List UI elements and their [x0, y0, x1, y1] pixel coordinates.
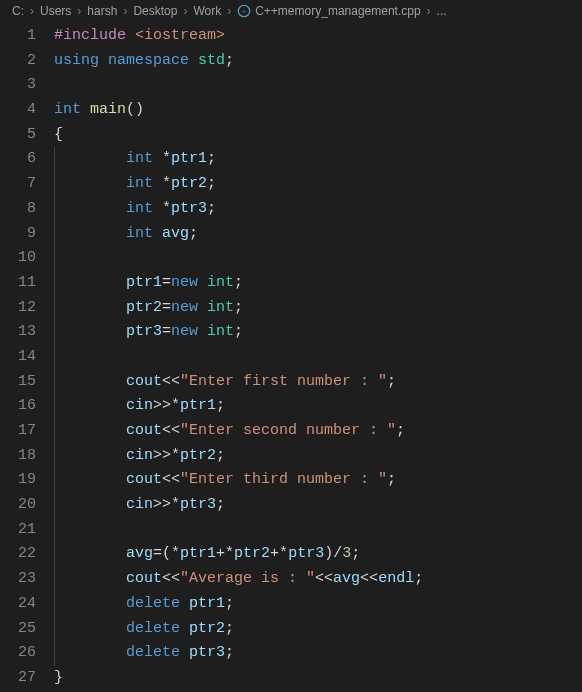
code-token: +*	[216, 545, 234, 562]
code-line[interactable]	[54, 73, 582, 98]
code-line[interactable]: cout<<"Enter third number : ";	[54, 468, 582, 493]
indent	[54, 620, 126, 637]
code-token: int	[126, 150, 153, 167]
code-token: ptr3	[180, 496, 216, 513]
line-number-gutter: 1234567891011121314151617181920212223242…	[0, 22, 54, 692]
code-line[interactable]: int *ptr3;	[54, 197, 582, 222]
code-line[interactable]: #include <iostream>	[54, 24, 582, 49]
code-token: int	[207, 299, 234, 316]
code-token: <<	[315, 570, 333, 587]
code-line[interactable]: cout<<"Average is : "<<avg<<endl;	[54, 567, 582, 592]
code-line[interactable]	[54, 246, 582, 271]
code-token: std	[198, 52, 225, 69]
line-number: 11	[0, 271, 36, 296]
code-line[interactable]: delete ptr3;	[54, 641, 582, 666]
code-line[interactable]: avg=(*ptr1+*ptr2+*ptr3)/3;	[54, 542, 582, 567]
code-line[interactable]: using namespace std;	[54, 49, 582, 74]
code-token: >>*	[153, 447, 180, 464]
breadcrumb-item[interactable]: C:	[12, 4, 24, 18]
code-token: "Enter first number : "	[180, 373, 387, 390]
indent	[54, 521, 90, 538]
code-line[interactable]: int avg;	[54, 222, 582, 247]
indent-guide	[54, 320, 55, 345]
code-line[interactable]: delete ptr2;	[54, 617, 582, 642]
breadcrumb-item[interactable]: Users	[40, 4, 71, 18]
code-line[interactable]: ptr2=new int;	[54, 296, 582, 321]
line-number: 5	[0, 123, 36, 148]
indent	[54, 249, 90, 266]
indent	[54, 471, 126, 488]
code-line[interactable]: ptr1=new int;	[54, 271, 582, 296]
code-token: #include	[54, 27, 126, 44]
code-line[interactable]: cout<<"Enter first number : ";	[54, 370, 582, 395]
breadcrumb-item[interactable]: Work	[193, 4, 221, 18]
code-token: delete	[126, 620, 180, 637]
code-line[interactable]: cout<<"Enter second number : ";	[54, 419, 582, 444]
code-line[interactable]: delete ptr1;	[54, 592, 582, 617]
code-token: cin	[126, 447, 153, 464]
code-token: <iostream>	[135, 27, 225, 44]
code-token	[198, 323, 207, 340]
code-token: ;	[234, 274, 243, 291]
code-line[interactable]	[54, 345, 582, 370]
code-token: =(	[153, 545, 171, 562]
indent	[54, 397, 126, 414]
line-number: 22	[0, 542, 36, 567]
code-line[interactable]	[54, 518, 582, 543]
code-token: ptr3	[126, 323, 162, 340]
code-token: ;	[207, 200, 216, 217]
breadcrumb-trail[interactable]: ...	[437, 4, 447, 18]
code-line[interactable]: cin>>*ptr2;	[54, 444, 582, 469]
code-token	[99, 52, 108, 69]
code-line[interactable]: {	[54, 123, 582, 148]
code-token: ptr1	[180, 545, 216, 562]
indent	[54, 299, 126, 316]
indent-guide	[54, 641, 55, 666]
indent	[54, 348, 90, 365]
code-line[interactable]: }	[54, 666, 582, 691]
line-number: 15	[0, 370, 36, 395]
code-token	[198, 274, 207, 291]
code-token: ptr2	[189, 620, 225, 637]
code-token: cout	[126, 422, 162, 439]
line-number: 13	[0, 320, 36, 345]
code-editor[interactable]: 1234567891011121314151617181920212223242…	[0, 22, 582, 692]
code-token: ;	[396, 422, 405, 439]
breadcrumb-item[interactable]: Desktop	[133, 4, 177, 18]
code-token: main	[90, 101, 126, 118]
code-line[interactable]: ptr3=new int;	[54, 320, 582, 345]
chevron-right-icon: ›	[183, 4, 187, 18]
indent-guide	[54, 394, 55, 419]
line-number: 2	[0, 49, 36, 74]
code-line[interactable]: int *ptr1;	[54, 147, 582, 172]
code-area[interactable]: #include <iostream>using namespace std;i…	[54, 22, 582, 692]
indent-guide	[54, 296, 55, 321]
line-number: 6	[0, 147, 36, 172]
code-line[interactable]: cin>>*ptr3;	[54, 493, 582, 518]
code-token: ;	[225, 52, 234, 69]
line-number: 25	[0, 617, 36, 642]
code-token	[180, 620, 189, 637]
code-token: =	[162, 274, 171, 291]
indent	[54, 373, 126, 390]
code-token	[180, 644, 189, 661]
line-number: 18	[0, 444, 36, 469]
code-line[interactable]: int *ptr2;	[54, 172, 582, 197]
indent	[54, 644, 126, 661]
code-token: cin	[126, 397, 153, 414]
code-line[interactable]: int main()	[54, 98, 582, 123]
code-token: new	[171, 323, 198, 340]
code-token	[126, 27, 135, 44]
breadcrumb[interactable]: C:›Users›harsh›Desktop›Work›+C++memory_m…	[0, 0, 582, 22]
code-token: <<	[162, 373, 180, 390]
indent-guide	[54, 468, 55, 493]
code-token: ()	[126, 101, 144, 118]
code-token: >>*	[153, 397, 180, 414]
code-line[interactable]: cin>>*ptr1;	[54, 394, 582, 419]
code-token: cout	[126, 471, 162, 488]
breadcrumb-file[interactable]: +C++memory_management.cpp	[237, 4, 420, 19]
code-token: 3	[342, 545, 351, 562]
code-token: ;	[207, 150, 216, 167]
indent-guide	[54, 444, 55, 469]
breadcrumb-item[interactable]: harsh	[87, 4, 117, 18]
